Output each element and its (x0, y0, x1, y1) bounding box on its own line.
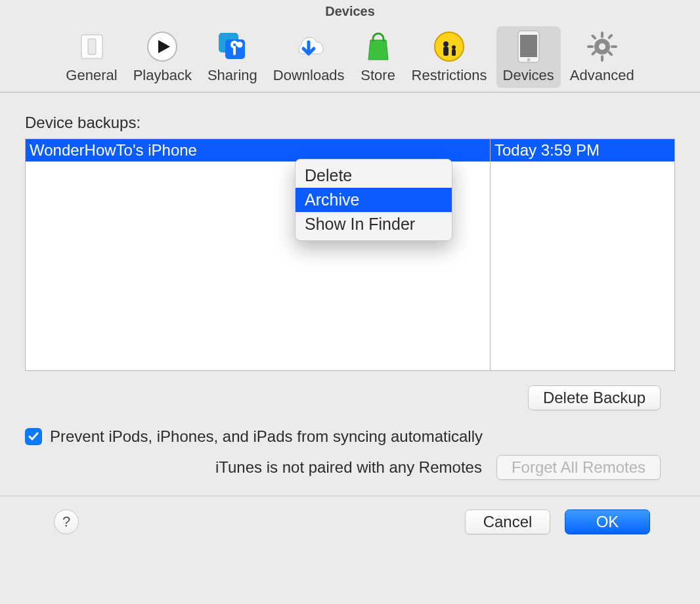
tab-downloads[interactable]: Downloads (267, 26, 351, 88)
tab-label: Advanced (570, 67, 634, 84)
prevent-sync-label: Prevent iPods, iPhones, and iPads from s… (50, 427, 483, 446)
tab-advanced[interactable]: Advanced (563, 26, 641, 88)
tab-label: Playback (133, 67, 192, 84)
window-title: Devices (0, 0, 700, 24)
svg-point-24 (599, 43, 605, 50)
cancel-button[interactable]: Cancel (465, 509, 550, 534)
tab-label: Downloads (273, 67, 345, 84)
dialog-footer: ? Cancel OK (25, 496, 675, 534)
svg-rect-18 (587, 45, 594, 48)
svg-rect-11 (452, 49, 456, 56)
svg-rect-9 (443, 47, 448, 56)
checkmark-icon (28, 431, 39, 442)
context-show-in-finder[interactable]: Show In Finder (295, 212, 452, 236)
tab-label: Restrictions (412, 67, 487, 84)
backup-row-date[interactable]: Today 3:59 PM (491, 139, 674, 162)
context-archive[interactable]: Archive (295, 188, 452, 212)
ok-button[interactable]: OK (565, 509, 650, 534)
backup-row-name[interactable]: WonderHowTo's iPhone (26, 139, 490, 162)
svg-point-8 (443, 41, 448, 47)
tab-label: Store (361, 67, 395, 84)
tab-playback[interactable]: Playback (127, 26, 198, 88)
remotes-status: iTunes is not paired with any Remotes (215, 458, 482, 477)
downloads-icon (291, 29, 326, 64)
tab-sharing[interactable]: Sharing (201, 26, 264, 88)
tab-restrictions[interactable]: Restrictions (405, 26, 494, 88)
store-icon (361, 29, 396, 64)
devices-pane: Device backups: WonderHowTo's iPhone Tod… (0, 93, 700, 534)
preferences-toolbar: General Playback Sharing D (0, 24, 700, 93)
devices-icon (511, 29, 546, 64)
tab-store[interactable]: Store (354, 26, 403, 88)
svg-rect-19 (611, 45, 617, 48)
general-icon (74, 29, 110, 64)
tab-label: Sharing (208, 67, 257, 84)
sharing-icon (215, 29, 250, 64)
svg-point-14 (527, 58, 530, 62)
svg-rect-20 (590, 34, 596, 40)
forget-all-remotes-button: Forget All Remotes (496, 455, 661, 480)
playback-icon (144, 29, 180, 64)
svg-point-10 (452, 45, 456, 49)
device-backups-label: Device backups: (25, 114, 675, 132)
device-backups-list[interactable]: WonderHowTo's iPhone Today 3:59 PM Delet… (25, 139, 675, 371)
tab-label: Devices (503, 67, 554, 84)
context-delete[interactable]: Delete (295, 163, 452, 188)
backup-context-menu: Delete Archive Show In Finder (295, 159, 452, 241)
tab-label: General (66, 67, 117, 84)
delete-backup-button[interactable]: Delete Backup (528, 385, 661, 410)
svg-rect-13 (520, 35, 537, 57)
svg-rect-17 (601, 55, 603, 62)
tab-general[interactable]: General (59, 26, 123, 88)
restrictions-icon (431, 29, 467, 64)
svg-point-7 (435, 32, 464, 61)
tab-devices[interactable]: Devices (496, 26, 561, 88)
svg-rect-22 (607, 33, 613, 39)
prevent-sync-checkbox[interactable] (25, 428, 42, 445)
svg-rect-1 (88, 39, 96, 54)
svg-point-6 (236, 42, 242, 48)
advanced-gear-icon (584, 29, 620, 64)
help-button[interactable]: ? (54, 509, 79, 534)
svg-rect-16 (601, 32, 603, 38)
